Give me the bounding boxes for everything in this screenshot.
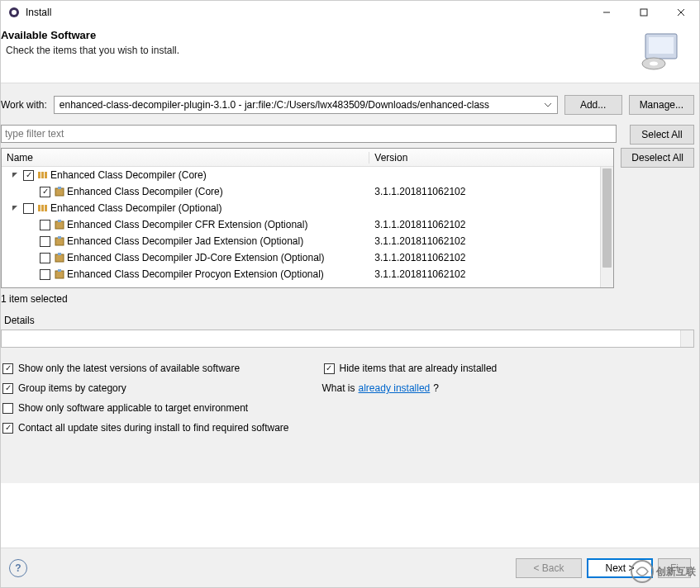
already-installed-hint: What is already installed ? bbox=[322, 382, 498, 394]
svg-rect-23 bbox=[58, 253, 61, 255]
filter-input[interactable] bbox=[1, 125, 617, 143]
select-all-button[interactable]: Select All bbox=[630, 125, 694, 145]
expand-toggle-icon[interactable] bbox=[10, 172, 20, 178]
item-label: Enhanced Class Decompiler (Core) bbox=[67, 186, 223, 197]
expand-toggle-icon[interactable] bbox=[10, 205, 20, 211]
item-version: 3.1.1.201811062102 bbox=[369, 252, 613, 263]
svg-rect-24 bbox=[55, 271, 64, 278]
feature-icon bbox=[54, 252, 65, 263]
details-section: Details bbox=[1, 311, 699, 348]
help-button[interactable]: ? bbox=[9, 559, 27, 577]
manage-button[interactable]: Manage... bbox=[629, 95, 694, 115]
work-with-combo[interactable] bbox=[54, 96, 558, 114]
details-textbox[interactable] bbox=[1, 330, 694, 348]
svg-rect-21 bbox=[58, 236, 61, 239]
item-label: Enhanced Class Decompiler CFR Extension … bbox=[67, 219, 307, 230]
maximize-button[interactable] bbox=[625, 1, 662, 24]
feature-icon bbox=[54, 268, 65, 280]
tree-group-row[interactable]: Enhanced Class Decompiler (Optional) bbox=[2, 200, 613, 216]
page-title: Available Software bbox=[1, 29, 639, 41]
option-target-env[interactable]: Show only software applicable to target … bbox=[1, 402, 289, 414]
checkbox[interactable] bbox=[2, 383, 13, 394]
back-button[interactable]: < Back bbox=[516, 558, 582, 578]
minimize-button[interactable] bbox=[588, 1, 625, 24]
column-version[interactable]: Version bbox=[369, 152, 613, 164]
checkbox[interactable] bbox=[2, 363, 13, 374]
install-icon bbox=[639, 29, 684, 74]
tree-group-row[interactable]: Enhanced Class Decompiler (Core) bbox=[2, 167, 613, 183]
close-button[interactable] bbox=[662, 1, 699, 24]
checkbox[interactable] bbox=[23, 170, 34, 181]
svg-rect-7 bbox=[649, 37, 674, 54]
item-version: 3.1.1.201811062102 bbox=[369, 219, 613, 230]
option-hide-installed[interactable]: Hide items that are already installed bbox=[322, 363, 498, 374]
item-label: Enhanced Class Decompiler (Core) bbox=[50, 169, 207, 181]
scrollbar-thumb[interactable] bbox=[602, 168, 612, 268]
selection-status: 1 item selected bbox=[1, 288, 699, 311]
tree-feature-row[interactable]: Enhanced Class Decompiler Procyon Extens… bbox=[2, 266, 613, 282]
svg-rect-19 bbox=[58, 220, 61, 222]
feature-icon bbox=[54, 186, 65, 197]
page-subtitle: Check the items that you wish to install… bbox=[6, 45, 639, 56]
tree-header: Name Version bbox=[2, 149, 613, 167]
svg-rect-22 bbox=[55, 254, 64, 262]
tree-feature-row[interactable]: Enhanced Class Decompiler Jad Extension … bbox=[2, 233, 613, 249]
item-version: 3.1.1.201811062102 bbox=[369, 268, 613, 280]
checkbox[interactable] bbox=[23, 203, 34, 214]
item-version: 3.1.1.201811062102 bbox=[369, 235, 613, 247]
svg-rect-17 bbox=[45, 205, 47, 211]
wizard-footer: ? < Back Next > Fi bbox=[1, 548, 699, 587]
category-icon bbox=[37, 170, 49, 180]
option-label: Show only the latest versions of availab… bbox=[18, 363, 240, 374]
feature-icon bbox=[54, 219, 65, 230]
checkbox[interactable] bbox=[40, 187, 50, 197]
option-contact-sites[interactable]: Contact all update sites during install … bbox=[1, 422, 289, 434]
add-button[interactable]: Add... bbox=[564, 95, 622, 115]
item-label: Enhanced Class Decompiler Jad Extension … bbox=[67, 235, 303, 247]
window-title: Install bbox=[26, 7, 51, 18]
svg-rect-18 bbox=[55, 221, 64, 229]
svg-rect-11 bbox=[41, 172, 44, 178]
tree-feature-row[interactable]: Enhanced Class Decompiler (Core)3.1.1.20… bbox=[2, 183, 613, 200]
hint-prefix: What is bbox=[322, 382, 355, 394]
work-with-input[interactable] bbox=[58, 98, 542, 111]
work-with-label: Work with: bbox=[1, 99, 47, 111]
svg-point-9 bbox=[650, 62, 658, 66]
next-button[interactable]: Next > bbox=[587, 558, 653, 578]
option-group-category[interactable]: Group items by category bbox=[1, 382, 289, 394]
wizard-header: Available Software Check the items that … bbox=[1, 24, 699, 83]
item-label: Enhanced Class Decompiler Procyon Extens… bbox=[67, 268, 324, 280]
checkbox[interactable] bbox=[2, 423, 13, 434]
svg-rect-10 bbox=[38, 172, 40, 178]
scrollbar[interactable] bbox=[680, 330, 693, 347]
svg-rect-16 bbox=[41, 205, 44, 211]
checkbox[interactable] bbox=[40, 253, 50, 263]
titlebar: Install bbox=[1, 1, 699, 24]
column-name[interactable]: Name bbox=[2, 152, 369, 164]
software-tree-area: Name Version Enhanced Class Decompiler (… bbox=[1, 145, 699, 288]
chevron-down-icon[interactable] bbox=[542, 103, 554, 107]
item-label: Enhanced Class Decompiler (Optional) bbox=[50, 202, 221, 214]
tree-feature-row[interactable]: Enhanced Class Decompiler JD-Core Extens… bbox=[2, 249, 613, 266]
options-area: Show only the latest versions of availab… bbox=[1, 348, 699, 434]
hint-suffix: ? bbox=[433, 382, 439, 394]
svg-rect-20 bbox=[55, 238, 64, 245]
deselect-all-button[interactable]: Deselect All bbox=[621, 148, 694, 168]
svg-rect-25 bbox=[58, 269, 61, 272]
already-installed-link[interactable]: already installed bbox=[359, 382, 431, 394]
scrollbar[interactable] bbox=[600, 167, 613, 287]
checkbox[interactable] bbox=[40, 236, 50, 247]
svg-rect-14 bbox=[58, 187, 61, 189]
option-latest-only[interactable]: Show only the latest versions of availab… bbox=[1, 363, 289, 374]
option-label: Contact all update sites during install … bbox=[18, 422, 289, 434]
tree-feature-row[interactable]: Enhanced Class Decompiler CFR Extension … bbox=[2, 216, 613, 233]
finish-button[interactable]: Fi bbox=[658, 558, 691, 578]
software-tree[interactable]: Name Version Enhanced Class Decompiler (… bbox=[1, 148, 614, 288]
item-version: 3.1.1.201811062102 bbox=[369, 186, 613, 197]
checkbox[interactable] bbox=[40, 269, 50, 280]
svg-point-1 bbox=[12, 10, 17, 15]
checkbox[interactable] bbox=[2, 403, 13, 414]
checkbox[interactable] bbox=[40, 220, 50, 230]
checkbox[interactable] bbox=[324, 363, 335, 374]
item-label: Enhanced Class Decompiler JD-Core Extens… bbox=[67, 252, 324, 263]
